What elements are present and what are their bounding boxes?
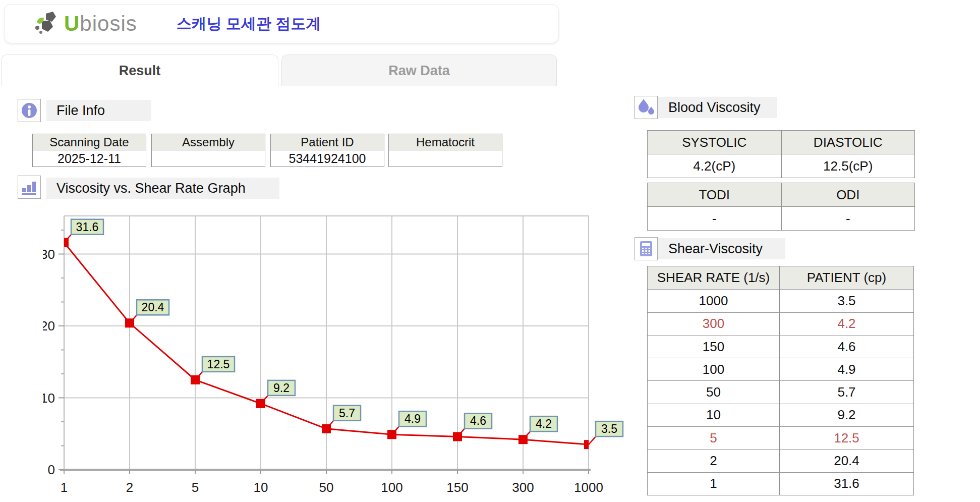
viscosity-shear-rate-chart: 01020301251050100150300100031.620.412.59…	[43, 212, 673, 502]
blood-viscosity-section-title: Blood Viscosity	[658, 97, 777, 118]
svg-text:1: 1	[61, 480, 68, 495]
shear-table-header-row: SHEAR RATE (1/s) PATIENT (cp)	[648, 266, 913, 289]
svg-text:31.6: 31.6	[76, 220, 99, 234]
svg-text:10: 10	[254, 480, 268, 495]
svg-text:50: 50	[319, 480, 334, 495]
shear-table-row: 512.5	[648, 426, 913, 449]
hematocrit-value	[389, 150, 502, 166]
svg-text:20.4: 20.4	[142, 301, 164, 314]
ubiosis-logo-text: Ubiosis	[64, 13, 137, 34]
systolic-value: 4.2(cP)	[648, 154, 781, 178]
table-value-row: - -	[648, 206, 914, 230]
scanning-date-table: Scanning Date 2025-12-11	[32, 134, 146, 167]
app-header: Ubiosis 스캐닝 모세관 점도계	[4, 4, 559, 43]
shear-rate-cell: 300	[648, 313, 779, 335]
file-info-section-title: File Info	[46, 100, 151, 121]
info-circle-icon	[20, 101, 38, 120]
svg-text:1000: 1000	[574, 480, 603, 495]
assembly-table: Assembly	[151, 134, 265, 167]
shear-table-row: 131.6	[648, 472, 913, 495]
svg-text:4.2: 4.2	[536, 417, 552, 430]
shear-rate-cell: 2	[648, 450, 779, 472]
patient-viscosity-cell: 5.7	[779, 381, 913, 403]
svg-text:300: 300	[512, 480, 534, 495]
patient-viscosity-cell: 4.6	[779, 336, 913, 358]
patient-id-table: Patient ID 53441924100	[270, 134, 384, 167]
file-info-icon	[18, 99, 41, 122]
diastolic-header: DIASTOLIC	[781, 131, 915, 154]
svg-text:0: 0	[48, 462, 55, 477]
svg-text:4.9: 4.9	[405, 412, 421, 425]
svg-text:100: 100	[381, 480, 402, 495]
patient-viscosity-cell: 20.4	[779, 450, 913, 472]
odi-header: ODI	[781, 183, 915, 206]
table-header-row: TODI ODI	[648, 183, 914, 206]
shear-rate-cell: 5	[648, 427, 779, 449]
shear-table-row: 3004.2	[648, 312, 913, 335]
patient-id-value: 53441924100	[271, 150, 384, 166]
todi-odi-table: TODI ODI - -	[647, 183, 915, 231]
svg-text:20: 20	[43, 318, 55, 333]
shear-rate-cell: 100	[648, 358, 779, 380]
shear-table-row: 10003.5	[648, 289, 913, 312]
ubiosis-logo-icon	[33, 10, 64, 38]
shear-viscosity-icon	[635, 237, 658, 260]
svg-text:150: 150	[446, 480, 468, 495]
systolic-diastolic-table: SYSTOLIC DIASTOLIC 4.2(cP) 12.5(cP)	[647, 130, 915, 178]
logo-letter-u: U	[64, 12, 80, 35]
systolic-header: SYSTOLIC	[648, 131, 781, 154]
shear-rate-cell: 1000	[648, 290, 779, 312]
svg-text:12.5: 12.5	[207, 358, 230, 371]
svg-text:4.6: 4.6	[470, 414, 486, 427]
patient-viscosity-cell: 12.5	[779, 427, 913, 449]
hematocrit-table: Hematocrit	[388, 134, 502, 167]
scanning-date-header: Scanning Date	[33, 134, 146, 150]
table-header-row: SYSTOLIC DIASTOLIC	[648, 131, 914, 154]
shear-table-row: 109.2	[648, 404, 913, 426]
shear-table-row: 505.7	[648, 380, 913, 403]
graph-section-title: Viscosity vs. Shear Rate Graph	[46, 178, 279, 199]
svg-text:9.2: 9.2	[273, 381, 290, 395]
assembly-header: Assembly	[152, 134, 265, 150]
tab-result[interactable]: Result	[1, 54, 278, 86]
ubiosis-logo: Ubiosis	[33, 10, 137, 38]
svg-text:30: 30	[43, 247, 55, 262]
todi-value: -	[648, 207, 781, 230]
svg-text:3.5: 3.5	[601, 422, 617, 435]
tab-raw-data-label: Raw Data	[388, 63, 450, 79]
patient-id-header: Patient ID	[271, 134, 384, 150]
blood-drops-icon	[637, 98, 656, 117]
patient-viscosity-cell: 4.9	[779, 358, 913, 380]
shear-rate-cell: 1	[648, 473, 779, 495]
hematocrit-header: Hematocrit	[389, 134, 502, 150]
bar-chart-icon	[20, 178, 38, 196]
svg-text:2: 2	[126, 480, 133, 495]
assembly-value	[152, 150, 265, 166]
shear-rate-cell: 150	[648, 336, 779, 358]
patient-viscosity-cell: 3.5	[779, 290, 913, 312]
patient-viscosity-cell: 9.2	[779, 404, 913, 426]
shear-rate-cell: 10	[648, 404, 779, 426]
todi-header: TODI	[648, 183, 781, 206]
shear-viscosity-table: SHEAR RATE (1/s) PATIENT (cp) 10003.5300…	[647, 266, 914, 495]
blood-viscosity-icon	[635, 96, 658, 119]
shear-viscosity-section-title: Shear-Viscosity	[658, 238, 785, 259]
page-title-korean: 스캐닝 모세관 점도계	[177, 14, 321, 34]
svg-text:5: 5	[192, 480, 199, 495]
logo-rest-text: biosis	[80, 12, 137, 35]
shear-table-row: 1504.6	[648, 335, 913, 358]
scanning-date-value: 2025-12-11	[33, 150, 146, 166]
shear-rate-column-header: SHEAR RATE (1/s)	[648, 266, 779, 289]
odi-value: -	[781, 207, 915, 230]
shear-table-row: 220.4	[648, 449, 913, 472]
table-value-row: 4.2(cP) 12.5(cP)	[648, 154, 914, 178]
patient-column-header: PATIENT (cp)	[779, 266, 913, 289]
svg-text:5.7: 5.7	[339, 407, 355, 420]
shear-rate-cell: 50	[648, 381, 779, 403]
patient-viscosity-cell: 4.2	[779, 313, 913, 335]
tab-raw-data[interactable]: Raw Data	[281, 54, 557, 86]
calculator-icon	[637, 240, 655, 258]
shear-table-row: 1004.9	[648, 358, 913, 380]
tab-result-label: Result	[119, 63, 161, 79]
diastolic-value: 12.5(cP)	[781, 154, 915, 178]
